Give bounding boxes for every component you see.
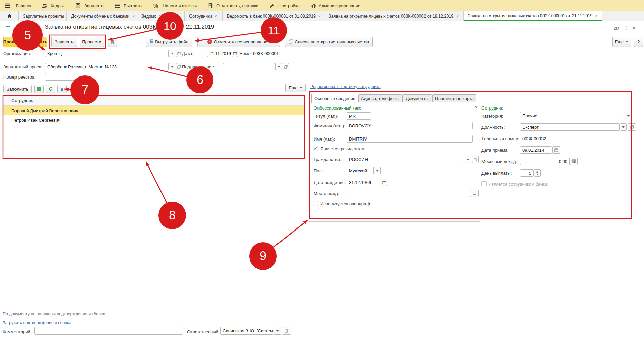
pay-day-spinner[interactable]: [534, 169, 541, 177]
column-splitter[interactable]: [480, 103, 480, 221]
emp-number-field[interactable]: 00ЗК-00032: [520, 135, 557, 142]
birthdate-field[interactable]: 31.12.1966: [347, 179, 380, 186]
citizenship-dropdown-icon[interactable]: [465, 156, 471, 163]
menu-item-4[interactable]: Налоги и взносы: [163, 0, 197, 11]
gear-icon: [311, 0, 316, 11]
title-lat-field[interactable]: MR: [347, 112, 371, 120]
position-dropdown-icon[interactable]: [620, 123, 627, 131]
fill-button[interactable]: Заполнить: [3, 85, 32, 93]
attachment-button[interactable]: [108, 37, 117, 47]
responsible-dropdown-icon[interactable]: [274, 327, 281, 335]
main-menu-bar: ГлавноеКадрыЗарплатаВыплаты%Налоги и взн…: [0, 0, 644, 11]
add-row-button[interactable]: +: [34, 85, 44, 93]
edit-employee-card-link[interactable]: Редактировать карточку сотрудника: [310, 84, 381, 89]
menu-item-7[interactable]: Администрирование: [319, 0, 360, 11]
date-field[interactable]: 21.11.2019: [207, 50, 231, 57]
dept-label: Подразделение:: [182, 64, 215, 69]
date-calendar-icon[interactable]: [232, 50, 238, 57]
post-close-button[interactable]: Провести и закрыть: [3, 37, 47, 47]
close-icon[interactable]: ×: [633, 25, 636, 31]
tab-close-icon[interactable]: ×: [595, 13, 597, 18]
menu-item-0[interactable]: Главное: [16, 0, 33, 11]
resident-checkbox[interactable]: ✓: [313, 146, 318, 151]
splitter[interactable]: [308, 84, 308, 306]
birthplace-more-button[interactable]: ...: [470, 190, 479, 197]
tab-doc-1[interactable]: Документы обмена с банками×: [67, 11, 137, 21]
dept-dropdown-icon[interactable]: [275, 63, 282, 70]
link-icon[interactable]: [614, 26, 619, 31]
number-field[interactable]: 00ЗК-000001: [251, 50, 280, 57]
responsible-field[interactable]: Савинская З.Ю. (Системн: [220, 327, 273, 335]
citizenship-open-icon[interactable]: [472, 156, 479, 163]
tab-close-icon[interactable]: ×: [318, 14, 321, 19]
tab-doc-0[interactable]: Зарплатные проекты×: [19, 11, 67, 21]
save-button[interactable]: Записать: [51, 37, 77, 47]
org-dropdown-icon[interactable]: [169, 50, 175, 57]
tab-close-icon[interactable]: ×: [159, 14, 162, 19]
hire-date-field[interactable]: 09.01.2014: [520, 146, 552, 154]
overdraft-checkbox[interactable]: [313, 201, 318, 206]
refresh-button[interactable]: [46, 85, 55, 93]
menu-item-6[interactable]: Настройка: [278, 0, 300, 11]
menu-item-2[interactable]: Зарплата: [84, 0, 104, 11]
back-icon[interactable]: ←: [5, 22, 11, 29]
tab-doc-2[interactable]: Ведомо×: [137, 11, 185, 21]
tab-doc-6[interactable]: Заявка на открытие лицевых счетов 00ЗК-0…: [464, 11, 602, 21]
position-field[interactable]: Эксперт: [520, 123, 620, 131]
employee-table[interactable]: Сотрудник Боровой Дмитрий ВалентиновичПе…: [3, 95, 305, 306]
responsible-open-icon[interactable]: [282, 327, 291, 335]
load-confirmation-link[interactable]: Загрузить подтверждение из банка: [3, 320, 71, 325]
tab-doc-3[interactable]: Сотрудники×: [185, 11, 223, 21]
export-file-button[interactable]: Выгрузить файл: [146, 37, 192, 47]
tab-doc-5[interactable]: Заявка на открытие лицевых счетов 00ЗК-0…: [324, 11, 464, 21]
more-button-top[interactable]: Еще: [612, 37, 631, 47]
help-button[interactable]: ?: [634, 37, 643, 47]
org-open-icon[interactable]: [176, 50, 182, 57]
panel-tab-0[interactable]: Основные сведения: [311, 94, 358, 103]
gender-field[interactable]: Мужской: [347, 167, 374, 174]
bank-employee-checkbox[interactable]: [481, 181, 487, 186]
panel-tab-3[interactable]: Пластиковая карта: [432, 94, 476, 102]
open-list-button[interactable]: Список на открытие лицевых счетов: [285, 37, 373, 47]
hamburger-icon[interactable]: [5, 0, 10, 11]
citizenship-field[interactable]: РОССИЯ: [347, 156, 464, 163]
table-row[interactable]: Боровой Дмитрий Валентинович: [3, 106, 305, 115]
menu-item-5[interactable]: Отчетность, справки: [216, 0, 258, 11]
dept-open-icon[interactable]: [283, 63, 289, 70]
move-up-button[interactable]: [57, 85, 67, 93]
table-row[interactable]: Петров Иван Сергеевич: [3, 115, 305, 125]
menu-dots-icon[interactable]: ⋮: [624, 25, 630, 31]
panel-tab-2[interactable]: Документы: [402, 94, 432, 102]
project-field[interactable]: Сбербанк России, г. Москва №123: [45, 63, 169, 70]
more-button-table[interactable]: Еще: [285, 84, 306, 92]
tab-doc-4[interactable]: Ведомость в банк 00ЗК-000001 от 31.08.20…: [223, 11, 324, 21]
gender-dropdown-icon[interactable]: [374, 167, 381, 174]
menu-item-1[interactable]: Кадры: [51, 0, 64, 11]
registry-field[interactable]: [45, 73, 79, 81]
hire-date-calendar-icon[interactable]: [552, 146, 560, 154]
cancel-all-button[interactable]: × Отменить все исправления: [197, 37, 280, 47]
project-open-icon[interactable]: [176, 63, 182, 70]
name-lat-field[interactable]: DMITRIY: [347, 135, 473, 143]
comment-field[interactable]: [34, 327, 183, 335]
birthplace-field[interactable]: [347, 190, 469, 197]
category-dropdown-icon[interactable]: [625, 112, 632, 119]
dept-field[interactable]: [223, 63, 275, 70]
panel-help-icon[interactable]: ?: [475, 105, 478, 110]
tab-home[interactable]: [0, 11, 19, 21]
menu-item-3[interactable]: Выплаты: [124, 0, 142, 11]
birthdate-calendar-icon[interactable]: [381, 179, 388, 186]
income-field[interactable]: 0,00: [520, 158, 570, 165]
position-open-icon[interactable]: [628, 123, 636, 131]
project-dropdown-icon[interactable]: [169, 63, 175, 70]
pay-day-field[interactable]: 5: [520, 169, 534, 177]
tab-close-icon[interactable]: ×: [132, 14, 135, 19]
tab-close-icon[interactable]: ×: [215, 14, 217, 19]
category-field[interactable]: Прочие: [520, 112, 624, 119]
tab-close-icon[interactable]: ×: [456, 14, 459, 19]
post-button[interactable]: Провести: [80, 37, 104, 47]
income-calc-icon[interactable]: [570, 158, 578, 165]
surname-lat-field[interactable]: BOROVOY: [347, 122, 473, 129]
panel-tab-1[interactable]: Адреса, телефоны: [358, 94, 402, 102]
org-field[interactable]: Крон-Ц: [45, 50, 169, 57]
